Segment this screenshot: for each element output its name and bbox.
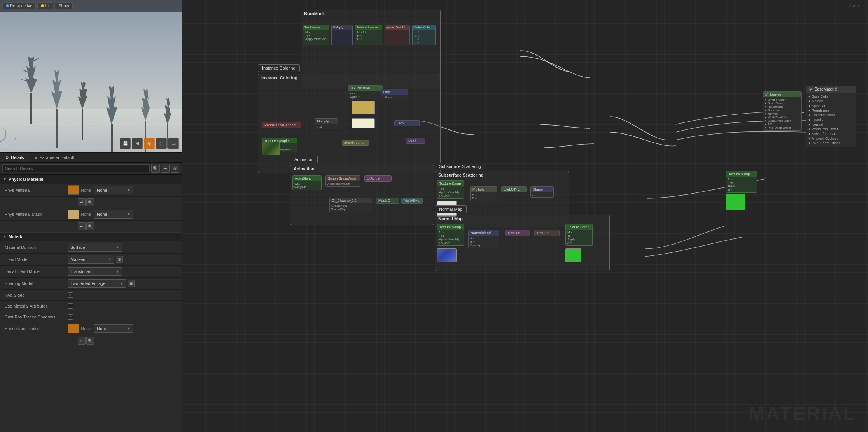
node-material-result: M_BaseMaterial ● Base Color ● Metallic ●… <box>806 86 856 147</box>
shading-model-extra-btn[interactable]: ▣ <box>128 280 135 287</box>
phys-material-mask-none: None <box>81 212 91 217</box>
node-multiply-nm: TintBlur <box>534 230 560 236</box>
phys-material-mask-search-btn[interactable]: 🔍 <box>86 222 94 230</box>
normal-map-label-btn: Normal Map <box>435 205 467 213</box>
texture-preview-ic <box>262 142 280 155</box>
sphere-viewport-btn[interactable]: ◉ <box>144 138 155 149</box>
node-tex-variation: Tex Variation Tan ○Alpha ○ <box>348 85 383 100</box>
phys-material-none: None <box>81 188 91 192</box>
svg-text:Z: Z <box>3 127 5 130</box>
prop-phys-material-actions: ↩ 🔍 <box>0 197 182 208</box>
burnmask-label: BurnMask <box>301 10 440 17</box>
tab-parameter-default[interactable]: ≡ Parameter Default: <box>30 153 81 162</box>
perspective-button[interactable]: Perspective <box>2 2 36 9</box>
blend-mode-extra-btn[interactable]: ▣ <box>116 256 123 263</box>
subsurface-profile-search-btn[interactable]: 🔍 <box>86 337 94 345</box>
subsurface-profile-arrow-btn[interactable]: ↩ <box>78 337 86 345</box>
subsurface-profile-swatch[interactable] <box>68 324 79 333</box>
viewport-toolbar: Perspective Lit Show <box>0 0 182 12</box>
tab-details[interactable]: ⚙ Details <box>0 153 30 162</box>
prop-subsurface-profile-actions: ↩ 🔍 <box>0 335 182 346</box>
phys-material-swatch[interactable] <box>68 185 79 195</box>
filter-button[interactable]: ☰ <box>161 164 170 173</box>
material-domain-dropdown[interactable]: Surface ▼ <box>68 243 122 252</box>
use-material-attributes-checkbox[interactable] <box>68 303 73 309</box>
section-material[interactable]: ▼ Material <box>0 232 182 241</box>
prop-value-two-sided <box>68 292 178 298</box>
prop-shading-model: Shading Model Two Sided Foliage ▼ ▣ <box>0 278 182 290</box>
visibility-button[interactable]: 👁 <box>171 164 179 173</box>
prop-value-phys-material: None None ▼ <box>68 185 178 195</box>
comment-box-instance-coloring: Instance Coloring Tex Variation Tan ○Alp… <box>258 74 441 173</box>
two-sided-checkbox[interactable] <box>68 292 73 298</box>
node-gi-channel: GI_Channel(0.0) Gradient(0)Waved(0) <box>329 198 372 212</box>
phys-material-dropdown[interactable]: None ▼ <box>94 186 133 194</box>
subsurface-profile-dropdown[interactable]: None ▼ <box>94 324 133 333</box>
phys-material-arrow-btn[interactable]: ↩ <box>78 198 86 206</box>
decal-blend-mode-dropdown[interactable]: Translucent ▼ <box>68 267 122 276</box>
phys-material-mask-dropdown[interactable]: None ▼ <box>94 210 133 219</box>
prop-two-sided: Two Sided <box>0 290 182 301</box>
prop-label-decal-blend-mode: Decal Blend Mode <box>5 269 68 274</box>
prop-phys-material-mask: Phys Material Mask None None ▼ <box>0 208 182 221</box>
instance-coloring-inner-label: Instance Coloring <box>258 74 440 81</box>
grid-viewport-btn[interactable]: ⊞ <box>132 138 143 149</box>
prop-value-decal-blend-mode: Translucent ▼ <box>68 267 178 276</box>
comment-box-animation: Animation AnimBlend Wt1Wt2(0.4) SimpleGr… <box>290 165 434 225</box>
node-mask-ic: Mask <box>406 138 425 144</box>
node-multiply-ic: Multiply ○ .5 <box>315 118 338 129</box>
search-input[interactable] <box>2 164 150 172</box>
subsurface-profile-none: None <box>81 326 91 331</box>
blend-mode-dropdown[interactable]: Masked ▼ <box>68 255 114 264</box>
prop-subsurface-profile: Subsurface Profile None None ▼ <box>0 322 182 335</box>
viewport-scene: X Z Y 💾 ⊞ ◉ ⬡ ▭ <box>0 0 182 152</box>
prop-value-subsurface-profile: None None ▼ <box>68 324 178 333</box>
node-mask-anim: Mask C <box>376 198 399 204</box>
plane-viewport-btn[interactable]: ▭ <box>168 138 179 149</box>
node-editor-bg[interactable]: Zoom - BurnMask <box>182 0 868 432</box>
node-lifelut: LifeLUT+c <box>501 186 527 192</box>
zoom-label: Zoom - <box>849 3 863 9</box>
phys-material-mask-arrow-btn[interactable]: ↩ <box>78 222 86 230</box>
node-texsample-extra: Texture Samp MixTexRGB ○A ○ <box>726 171 757 210</box>
cast-ray-traced-shadows-checkbox[interactable] <box>68 314 73 320</box>
node-lerp-anim: LitAdjust <box>364 175 392 182</box>
left-panel: Perspective Lit Show <box>0 0 182 432</box>
prop-label-subsurface-profile: Subsurface Profile <box>5 326 68 331</box>
node-applyview-burn: Apply View Mip <box>385 25 410 45</box>
search-actions: 🔍 ☰ 👁 <box>151 164 179 173</box>
node-vertexcolor-burn: Vertex Color R ○G ○B ○A ○ <box>412 25 436 45</box>
section-physical-material[interactable]: ▼ Physical Material <box>0 175 182 184</box>
prop-value-cast-ray-traced-shadows <box>68 314 178 320</box>
instance-coloring-label-btn: Instance Coloring <box>258 64 300 72</box>
prop-cast-ray-traced-shadows: Cast Ray Traced Shadows <box>0 311 182 322</box>
node-multiply-burn: Multiply <box>331 25 353 45</box>
save-viewport-btn[interactable]: 💾 <box>120 138 131 149</box>
nm-green-preview <box>565 248 581 262</box>
svg-rect-0 <box>0 0 182 117</box>
prop-label-phys-material-mask: Phys Material Mask <box>5 212 68 217</box>
details-panel: ⚙ Details ≡ Parameter Default: 🔍 ☰ 👁 ▼ P… <box>0 153 182 432</box>
node-abs-anim: AbsWS+c <box>401 198 423 204</box>
node-multiply-sub: Multiply A ○B ○ <box>470 186 497 201</box>
phys-material-mask-swatch[interactable] <box>68 210 79 219</box>
normal-tex-preview <box>437 248 457 262</box>
prop-label-blend-mode: Blend Mode <box>5 257 68 262</box>
node-tex-subsurface: Texture Samp TexApply View MipRGBA○ <box>437 180 464 199</box>
node-normal-blend: NormalBlend A ○B ○Opacity ○ <box>468 230 499 248</box>
prop-blend-mode: Blend Mode Masked ▼ ▣ <box>0 254 182 266</box>
node-lerp: Lerp ○ Result <box>381 89 408 100</box>
lit-button[interactable]: Lit <box>37 2 53 9</box>
shading-model-dropdown[interactable]: Two Sided Foliage ▼ <box>68 279 126 288</box>
search-button[interactable]: 🔍 <box>151 164 160 173</box>
show-button[interactable]: Show <box>55 2 73 9</box>
phys-material-search-btn[interactable]: 🔍 <box>86 198 94 206</box>
prop-value-shading-model: Two Sided Foliage ▼ ▣ <box>68 279 178 288</box>
node-anim-blend: AnimBlend Wt1Wt2(0.4) <box>292 175 322 190</box>
cylinder-viewport-btn[interactable]: ⬡ <box>156 138 167 149</box>
prop-phys-material: Phys Material None None ▼ <box>0 184 182 197</box>
prop-decal-blend-mode: Decal Blend Mode Translucent ▼ <box>0 266 182 278</box>
right-panel: Zoom - BurnMask <box>182 0 868 432</box>
viewport-bottom-icons: 💾 ⊞ ◉ ⬡ ▭ <box>120 138 179 149</box>
subsurface-inner-label: Subsurface Scattering <box>435 171 569 178</box>
